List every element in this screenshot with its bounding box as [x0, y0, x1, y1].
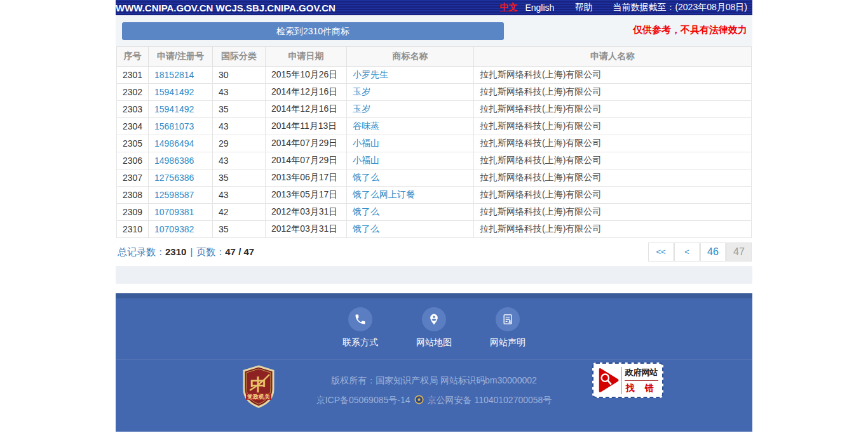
row-intl-class: 42 — [213, 204, 266, 221]
header-trademark-name: 商标名称 — [347, 47, 474, 67]
record-stats: 总记录数：2310|页数：47 / 47 — [116, 246, 254, 258]
page: WWW.CNIPA.GOV.CN WCJS.SBJ.CNIPA.GOV.CN 中… — [0, 0, 868, 445]
row-serial: 2302 — [117, 84, 149, 101]
magnifier-flag-icon — [596, 366, 620, 394]
result-banner-row: 检索到2310件商标 仅供参考，不具有法律效力 — [116, 15, 752, 46]
data-cutoff-label: 当前数据截至：(2023年08月08日) — [613, 2, 747, 13]
police-record-link[interactable]: 京公网安备 11040102700058号 — [428, 395, 552, 406]
row-serial: 2308 — [117, 187, 149, 204]
header-serial: 序号 — [117, 47, 149, 67]
row-serial: 2310 — [117, 221, 149, 238]
bottom-spacer-strip — [116, 266, 752, 284]
page-count-value: 47 / 47 — [225, 246, 254, 257]
trademark-name-link[interactable]: 饿了么 — [347, 169, 474, 187]
row-intl-class: 43 — [213, 187, 266, 204]
stats-separator: | — [190, 246, 193, 257]
row-apply-date: 2014年12月16日 — [266, 101, 347, 118]
row-intl-class: 29 — [213, 135, 266, 152]
header-applicant-name: 申请人名称 — [474, 47, 752, 67]
row-serial: 2306 — [117, 152, 149, 169]
trademark-name-link[interactable]: 玉岁 — [347, 84, 474, 101]
site-urls: WWW.CNIPA.GOV.CN WCJS.SBJ.CNIPA.GOV.CN — [116, 3, 336, 13]
row-serial: 2307 — [117, 169, 149, 187]
table-row: 2307 12756386 35 2013年06月17日 饿了么 拉扎斯网络科技… — [117, 169, 752, 187]
row-intl-class: 35 — [213, 221, 266, 238]
footer-top-stripe — [116, 293, 752, 298]
row-applicant-name: 拉扎斯网络科技(上海)有限公司 — [474, 187, 752, 204]
footer-link-sitemap[interactable]: 网站地图 — [412, 307, 456, 349]
table-row: 2309 10709381 42 2012年03月31日 饿了么 拉扎斯网络科技… — [117, 204, 752, 221]
trademark-table: 序号 申请/注册号 国际分类 申请日期 商标名称 申请人名称 2301 1815… — [116, 46, 752, 238]
police-badge-icon — [414, 395, 424, 406]
total-records-label: 总记录数： — [118, 246, 165, 257]
row-apply-date: 2012年03月31日 — [266, 221, 347, 238]
row-apply-date: 2014年12月16日 — [266, 84, 347, 101]
row-apply-date: 2014年11月13日 — [266, 118, 347, 135]
reg-number-link[interactable]: 18152814 — [149, 67, 213, 84]
disclaimer-text: 仅供参考，不具有法律效力 — [633, 24, 747, 36]
pager-first-button[interactable]: << — [648, 242, 674, 262]
row-apply-date: 2012年03月31日 — [266, 204, 347, 221]
row-intl-class: 43 — [213, 84, 266, 101]
trademark-name-link[interactable]: 饿了么 — [347, 221, 474, 238]
trademark-name-link[interactable]: 谷味蒸 — [347, 118, 474, 135]
reg-number-link[interactable]: 12598587 — [149, 187, 213, 204]
row-serial: 2309 — [117, 204, 149, 221]
table-row: 2301 18152814 30 2015年10月26日 小罗先生 拉扎斯网络科… — [117, 67, 752, 84]
error-badge-text: 政府网站 找 错 — [621, 367, 660, 394]
table-row: 2306 14986386 43 2014年07月29日 小福山 拉扎斯网络科技… — [117, 152, 752, 169]
row-serial: 2301 — [117, 67, 149, 84]
pagination-row: 总记录数：2310|页数：47 / 47 << < 46 47 — [116, 238, 752, 266]
row-applicant-name: 拉扎斯网络科技(上海)有限公司 — [474, 152, 752, 169]
trademark-table-body: 2301 18152814 30 2015年10月26日 小罗先生 拉扎斯网络科… — [117, 67, 752, 238]
row-apply-date: 2013年06月17日 — [266, 169, 347, 187]
trademark-name-link[interactable]: 饿了么 — [347, 204, 474, 221]
trademark-name-link[interactable]: 小福山 — [347, 152, 474, 169]
trademark-name-link[interactable]: 饿了么网上订餐 — [347, 187, 474, 204]
pager-prev-button[interactable]: < — [674, 242, 700, 262]
site-error-report-badge[interactable]: 政府网站 找 错 — [592, 362, 663, 398]
row-serial: 2305 — [117, 135, 149, 152]
pager-page-47-current[interactable]: 47 — [726, 242, 752, 262]
row-intl-class: 43 — [213, 118, 266, 135]
total-records-value: 2310 — [165, 246, 186, 257]
header-apply-date: 申请日期 — [266, 47, 347, 67]
reg-number-link[interactable]: 12756386 — [149, 169, 213, 187]
svg-text:党政机关: 党政机关 — [247, 394, 271, 400]
table-row: 2305 14986494 29 2014年07月29日 小福山 拉扎斯网络科技… — [117, 135, 752, 152]
icp-record-link[interactable]: 京ICP备05069085号-14 — [316, 395, 410, 406]
trademark-name-link[interactable]: 小福山 — [347, 135, 474, 152]
row-applicant-name: 拉扎斯网络科技(上海)有限公司 — [474, 221, 752, 238]
table-row: 2303 15941492 35 2014年12月16日 玉岁 拉扎斯网络科技(… — [117, 101, 752, 118]
lang-zh-link[interactable]: 中文 — [499, 2, 517, 13]
row-intl-class: 35 — [213, 169, 266, 187]
map-pin-icon — [422, 307, 446, 331]
reg-number-link[interactable]: 14986386 — [149, 152, 213, 169]
header-intl-class: 国际分类 — [213, 47, 266, 67]
row-apply-date: 2013年05月17日 — [266, 187, 347, 204]
topbar: WWW.CNIPA.GOV.CN WCJS.SBJ.CNIPA.GOV.CN 中… — [116, 0, 752, 15]
party-emblem-shield[interactable]: 中 党政机关 — [241, 365, 276, 411]
help-link[interactable]: 帮助 — [574, 2, 592, 13]
reg-number-link[interactable]: 15941492 — [149, 101, 213, 118]
row-applicant-name: 拉扎斯网络科技(上海)有限公司 — [474, 135, 752, 152]
lang-en-link[interactable]: English — [525, 3, 554, 13]
reg-number-link[interactable]: 15681073 — [149, 118, 213, 135]
table-row: 2302 15941492 43 2014年12月16日 玉岁 拉扎斯网络科技(… — [117, 84, 752, 101]
pager-page-46-button[interactable]: 46 — [700, 242, 726, 262]
trademark-name-link[interactable]: 玉岁 — [347, 101, 474, 118]
footer-link-contact[interactable]: 联系方式 — [339, 307, 382, 349]
row-serial: 2304 — [117, 118, 149, 135]
footer: 联系方式 网站地图 网站声明 — [116, 293, 752, 432]
reg-number-link[interactable]: 15941492 — [149, 84, 213, 101]
table-header-row: 序号 申请/注册号 国际分类 申请日期 商标名称 申请人名称 — [117, 47, 752, 67]
trademark-name-link[interactable]: 小罗先生 — [347, 67, 474, 84]
pager: << < 46 47 — [648, 242, 752, 262]
reg-number-link[interactable]: 14986494 — [149, 135, 213, 152]
footer-link-label: 联系方式 — [342, 337, 378, 349]
document-icon — [496, 307, 520, 331]
row-applicant-name: 拉扎斯网络科技(上海)有限公司 — [474, 101, 752, 118]
footer-link-statement[interactable]: 网站声明 — [486, 307, 529, 349]
reg-number-link[interactable]: 10709381 — [149, 204, 213, 221]
reg-number-link[interactable]: 10709382 — [149, 221, 213, 238]
